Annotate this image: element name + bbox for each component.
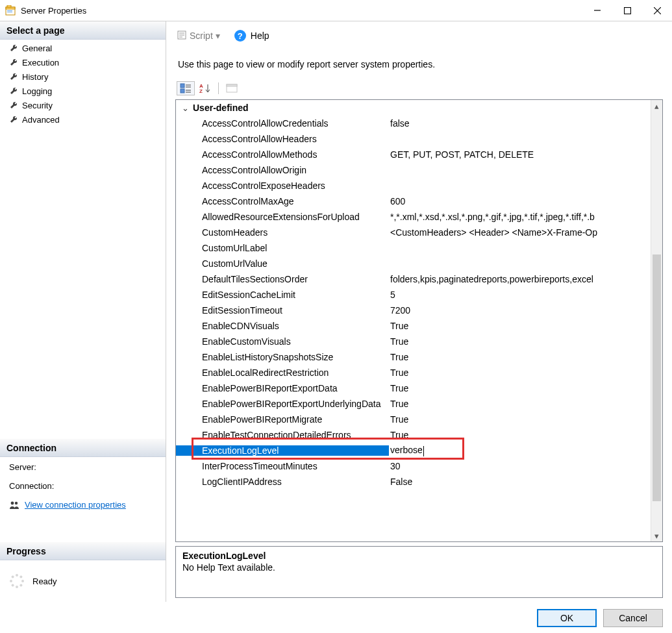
wrench-icon — [9, 115, 18, 124]
view-connection-properties-link[interactable]: View connection properties — [25, 500, 126, 510]
property-value[interactable]: GET, PUT, POST, PATCH, DELETE — [389, 149, 651, 160]
property-name: AllowedResourceExtensionsForUpload — [176, 212, 389, 222]
property-value[interactable]: True — [389, 430, 651, 440]
property-value[interactable]: 30 — [389, 461, 651, 471]
scroll-thumb[interactable] — [653, 254, 661, 501]
svg-point-18 — [12, 576, 14, 578]
page-item-security[interactable]: Security — [0, 98, 166, 112]
wrench-icon — [9, 86, 18, 95]
property-row[interactable]: AllowedResourceExtensionsForUpload*,*.xm… — [176, 209, 651, 225]
property-row[interactable]: DefaultTilesSectionsOrderfolders,kpis,pa… — [176, 271, 651, 287]
categorized-button[interactable] — [177, 81, 195, 95]
property-value[interactable]: folders,kpis,paginatedreports,powerbirep… — [389, 274, 651, 284]
property-value[interactable]: False — [389, 477, 651, 487]
property-name: CustomUrlLabel — [176, 243, 389, 253]
title-bar: Server Properties — [0, 0, 672, 21]
svg-point-14 — [19, 584, 22, 586]
property-row[interactable]: AccessControlAllowOrigin — [176, 162, 651, 178]
wrench-icon — [9, 43, 18, 53]
help-label: Help — [251, 31, 269, 41]
property-name: DefaultTilesSectionsOrder — [176, 274, 389, 284]
svg-rect-24 — [180, 89, 184, 93]
alphabetical-button[interactable]: AZ — [196, 81, 214, 95]
property-value[interactable]: *,*.xml,*.xsd,*.xsl,*.png,*.gif,*.jpg,*.… — [389, 212, 651, 222]
property-name: AccessControlAllowOrigin — [176, 165, 389, 175]
property-grid-toolbar: AZ — [166, 76, 672, 98]
script-button[interactable]: Script ▾ — [177, 30, 220, 42]
property-name: EnablePowerBIReportExportUnderlyingData — [176, 399, 389, 409]
property-row[interactable]: AccessControlAllowHeaders — [176, 131, 651, 147]
property-row[interactable]: AccessControlAllowCredentialsfalse — [176, 116, 651, 131]
property-value[interactable]: True — [389, 336, 651, 347]
page-item-logging[interactable]: Logging — [0, 84, 166, 98]
property-value[interactable]: True — [389, 383, 651, 393]
people-icon — [9, 501, 19, 510]
property-value[interactable]: True — [389, 352, 651, 362]
maximize-button[interactable] — [612, 1, 642, 20]
svg-point-15 — [16, 586, 18, 588]
property-name: AccessControlAllowCredentials — [176, 118, 389, 129]
svg-rect-3 — [7, 10, 12, 11]
property-row[interactable]: EnableCustomVisualsTrue — [176, 334, 651, 349]
property-value[interactable]: 600 — [389, 196, 651, 206]
cancel-button[interactable]: Cancel — [603, 609, 663, 627]
property-row[interactable]: EnablePowerBIReportExportDataTrue — [176, 380, 651, 396]
property-pages-button[interactable] — [223, 81, 241, 95]
property-name: EnableLocalRedirectRestriction — [176, 367, 389, 378]
property-row[interactable]: EnableCDNVisualsTrue — [176, 318, 651, 334]
page-item-label: Security — [22, 101, 53, 110]
property-row[interactable]: InterProcessTimeoutMinutes30 — [176, 458, 651, 474]
property-row[interactable]: AccessControlAllowMethodsGET, PUT, POST,… — [176, 147, 651, 162]
progress-header: Progress — [0, 542, 166, 560]
help-button[interactable]: ? Help — [234, 30, 269, 42]
property-row[interactable]: EnableLocalRedirectRestrictionTrue — [176, 365, 651, 380]
property-name: EditSessionTimeout — [176, 305, 389, 316]
property-name: AccessControlExposeHeaders — [176, 180, 389, 191]
property-row[interactable]: LogClientIPAddressFalse — [176, 474, 651, 490]
collapse-icon[interactable]: ⌄ — [180, 103, 190, 113]
connection-header: Connection — [0, 439, 166, 457]
close-button[interactable] — [642, 1, 672, 20]
property-value[interactable]: True — [389, 399, 651, 409]
property-row[interactable]: EditSessionTimeout7200 — [176, 303, 651, 318]
property-value[interactable]: verbose — [389, 445, 651, 456]
property-row[interactable]: EnablePowerBIReportMigrateTrue — [176, 412, 651, 427]
property-row[interactable]: EnablePowerBIReportExportUnderlyingDataT… — [176, 396, 651, 412]
property-row[interactable]: CustomUrlLabel — [176, 240, 651, 256]
property-row[interactable]: AccessControlExposeHeaders — [176, 178, 651, 193]
property-row[interactable]: AccessControlMaxAge600 — [176, 193, 651, 209]
property-name: AccessControlAllowMethods — [176, 149, 389, 160]
dropdown-arrow-icon: ▾ — [216, 31, 220, 41]
property-value[interactable]: false — [389, 118, 651, 129]
page-item-general[interactable]: General — [0, 41, 166, 55]
ok-button[interactable]: OK — [537, 609, 597, 627]
app-icon — [5, 5, 16, 16]
wrench-icon — [9, 101, 18, 110]
vertical-scrollbar[interactable]: ▴ ▾ — [651, 100, 662, 541]
property-value[interactable]: 7200 — [389, 305, 651, 316]
property-name: EnablePowerBIReportMigrate — [176, 414, 389, 425]
property-row[interactable]: CustomHeaders<CustomHeaders> <Header> <N… — [176, 225, 651, 240]
category-row[interactable]: ⌄User-defined — [176, 100, 651, 116]
property-row[interactable]: CustomUrlValue — [176, 256, 651, 271]
scroll-down-icon[interactable]: ▾ — [651, 530, 663, 541]
window-title: Server Properties — [21, 6, 582, 16]
property-row[interactable]: ExecutionLogLevelverbose — [176, 443, 651, 458]
property-name: CustomUrlValue — [176, 258, 389, 269]
property-row[interactable]: EditSessionCacheLimit5 — [176, 287, 651, 303]
property-value[interactable]: <CustomHeaders> <Header> <Name>X-Frame-O… — [389, 227, 651, 238]
property-value[interactable]: True — [389, 321, 651, 331]
page-item-execution[interactable]: Execution — [0, 55, 166, 69]
page-item-advanced[interactable]: Advanced — [0, 112, 166, 127]
property-name: AccessControlAllowHeaders — [176, 134, 389, 144]
property-row[interactable]: EnableTestConnectionDetailedErrorsTrue — [176, 427, 651, 443]
scroll-up-icon[interactable]: ▴ — [651, 100, 663, 112]
page-item-label: History — [22, 72, 48, 82]
page-item-history[interactable]: History — [0, 69, 166, 84]
minimize-button[interactable] — [582, 1, 612, 20]
property-value[interactable]: True — [389, 367, 651, 378]
property-pages-icon — [226, 83, 238, 93]
property-row[interactable]: EnableListHistorySnapshotsSizeTrue — [176, 349, 651, 365]
property-value[interactable]: True — [389, 414, 651, 425]
property-value[interactable]: 5 — [389, 290, 651, 300]
